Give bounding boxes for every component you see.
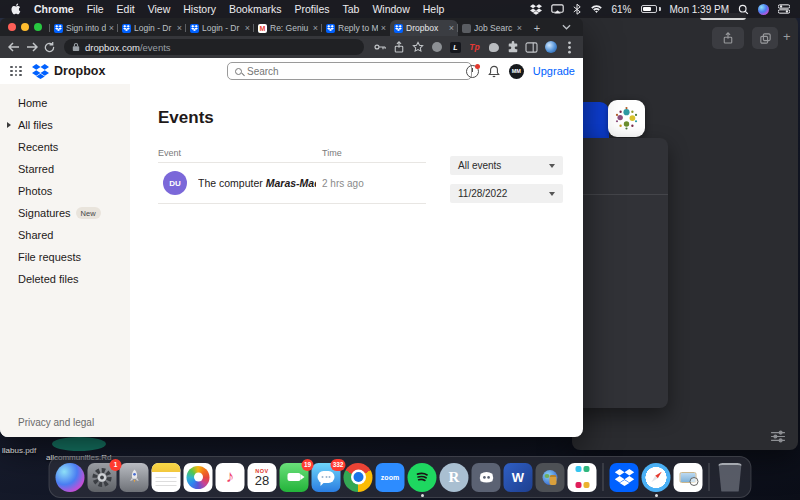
sidebar-item-deleted-files[interactable]: Deleted files	[0, 268, 130, 290]
dock-calendar[interactable]: NOV 28	[248, 463, 277, 492]
browser-tab[interactable]: M Re: Geniu ×	[254, 20, 322, 36]
tab-close-icon[interactable]: ×	[245, 23, 250, 33]
add-tab-icon[interactable]: +	[783, 29, 791, 44]
side-panel-icon[interactable]	[524, 40, 539, 55]
tab-close-icon[interactable]: ×	[517, 23, 522, 33]
menu-item-view[interactable]: View	[148, 3, 171, 15]
share-button[interactable]	[712, 27, 744, 49]
dock-launchpad[interactable]	[120, 463, 149, 492]
dock-spotify[interactable]	[408, 463, 437, 492]
menu-item-window[interactable]: Window	[372, 3, 409, 15]
forward-button[interactable]	[24, 40, 39, 55]
tab-close-icon[interactable]: ×	[177, 23, 182, 33]
tab-close-icon[interactable]: ×	[313, 23, 318, 33]
sidebar-item-all-files[interactable]: All files	[0, 114, 130, 136]
browser-tab[interactable]: Reply to M ×	[322, 20, 390, 36]
siri-icon[interactable]	[758, 4, 769, 15]
dropbox-status-icon[interactable]	[530, 4, 542, 15]
sidebar-item-signatures[interactable]: SignaturesNew	[0, 202, 130, 224]
menu-kebab-icon[interactable]	[562, 40, 577, 55]
dock-r-app[interactable]: R	[440, 463, 469, 492]
dock-messages[interactable]: 332	[312, 463, 341, 492]
menu-item-help[interactable]: Help	[423, 3, 445, 15]
browser-tab-active[interactable]: Dropbox ×	[390, 20, 458, 36]
sidebar-item-file-requests[interactable]: File requests	[0, 246, 130, 268]
dock-preview[interactable]	[674, 463, 703, 492]
dock-music[interactable]: ♪	[216, 463, 245, 492]
wifi-icon[interactable]	[590, 4, 603, 14]
bluetooth-icon[interactable]	[573, 3, 581, 15]
bell-icon[interactable]	[488, 65, 500, 78]
dropbox-logo[interactable]: Dropbox	[32, 64, 105, 79]
dock-safari[interactable]	[642, 463, 671, 492]
extension-l-icon[interactable]: L	[448, 40, 463, 55]
browser-tab[interactable]: Login - Dr ×	[118, 20, 186, 36]
teleparty-extension-icon[interactable]: Tp	[467, 40, 482, 55]
browser-tab[interactable]: Login - Dr ×	[186, 20, 254, 36]
filter-date-dropdown[interactable]: 11/28/2022	[450, 184, 563, 203]
dock-trash[interactable]	[716, 463, 745, 492]
dock-system-preferences[interactable]: 1	[88, 463, 117, 492]
expand-chevron-icon[interactable]	[7, 122, 11, 128]
sidebar-item-recents[interactable]: Recents	[0, 136, 130, 158]
key-icon[interactable]	[372, 40, 387, 55]
dock-siri[interactable]	[56, 463, 85, 492]
zoom-window-button[interactable]	[34, 23, 42, 31]
upgrade-link[interactable]: Upgrade	[533, 65, 575, 77]
minimize-window-button[interactable]	[21, 23, 29, 31]
menu-item-profiles[interactable]: Profiles	[294, 3, 329, 15]
dock-photos[interactable]	[184, 463, 213, 492]
spotlight-search-icon[interactable]	[738, 4, 749, 15]
event-row[interactable]: DU The computer Maras-MacBook-A… 2 hrs a…	[158, 163, 426, 203]
copy-button[interactable]	[752, 27, 778, 49]
privacy-link[interactable]: Privacy and legal	[18, 417, 94, 428]
sidebar-item-photos[interactable]: Photos	[0, 180, 130, 202]
profile-avatar[interactable]	[543, 40, 558, 55]
menu-item-edit[interactable]: Edit	[117, 3, 135, 15]
filter-events-dropdown[interactable]: All events	[450, 156, 563, 175]
apps-grid-icon[interactable]	[10, 66, 22, 77]
reload-button[interactable]	[42, 40, 57, 55]
extension-shield-icon[interactable]	[429, 40, 444, 55]
dock-chrome[interactable]	[344, 463, 373, 492]
display-sliders-icon[interactable]	[770, 430, 786, 443]
browser-tab[interactable]: Sign into d ×	[50, 20, 118, 36]
menu-item-tab[interactable]: Tab	[342, 3, 359, 15]
search-box[interactable]	[227, 62, 472, 80]
extensions-puzzle-icon[interactable]	[505, 40, 520, 55]
share-icon[interactable]	[391, 40, 406, 55]
screen-mirroring-icon[interactable]	[551, 4, 564, 14]
menu-item-history[interactable]: History	[183, 3, 216, 15]
account-avatar[interactable]: MM	[509, 64, 524, 79]
dock-dropbox[interactable]	[610, 463, 639, 492]
colorful-app-icon[interactable]	[608, 100, 645, 137]
apple-logo-icon[interactable]	[10, 3, 21, 15]
dock-discord[interactable]	[472, 463, 501, 492]
close-window-button[interactable]	[8, 23, 16, 31]
address-bar[interactable]: dropbox.com/events	[64, 39, 364, 55]
search-input[interactable]	[247, 66, 464, 77]
back-button[interactable]	[6, 40, 21, 55]
menu-clock[interactable]: Mon 1:39 PM	[670, 4, 729, 15]
background-window[interactable]: +	[572, 16, 798, 450]
extension-bird-icon[interactable]	[486, 40, 501, 55]
dock-zoom[interactable]: zoom	[376, 463, 405, 492]
desktop-file-label[interactable]: llabus.pdf	[2, 446, 36, 455]
menu-item-bookmarks[interactable]: Bookmarks	[229, 3, 282, 15]
dock-secure-globe-app[interactable]	[536, 463, 565, 492]
new-tab-button[interactable]: +	[529, 20, 545, 36]
menu-item-chrome[interactable]: Chrome	[34, 3, 74, 15]
bookmark-star-icon[interactable]	[410, 40, 425, 55]
dock-word[interactable]: W	[504, 463, 533, 492]
tab-close-icon[interactable]: ×	[109, 23, 114, 33]
dock-facetime[interactable]: 19	[280, 463, 309, 492]
browser-tab[interactable]: Job Searc ×	[458, 20, 526, 36]
tab-search-chevron-icon[interactable]	[562, 24, 571, 30]
sidebar-item-starred[interactable]: Starred	[0, 158, 130, 180]
tab-close-icon[interactable]: ×	[449, 23, 454, 33]
dock-slack[interactable]	[568, 463, 597, 492]
dock-notes[interactable]	[152, 463, 181, 492]
control-center-icon[interactable]	[778, 4, 790, 14]
menu-item-file[interactable]: File	[87, 3, 104, 15]
tab-close-icon[interactable]: ×	[381, 23, 386, 33]
